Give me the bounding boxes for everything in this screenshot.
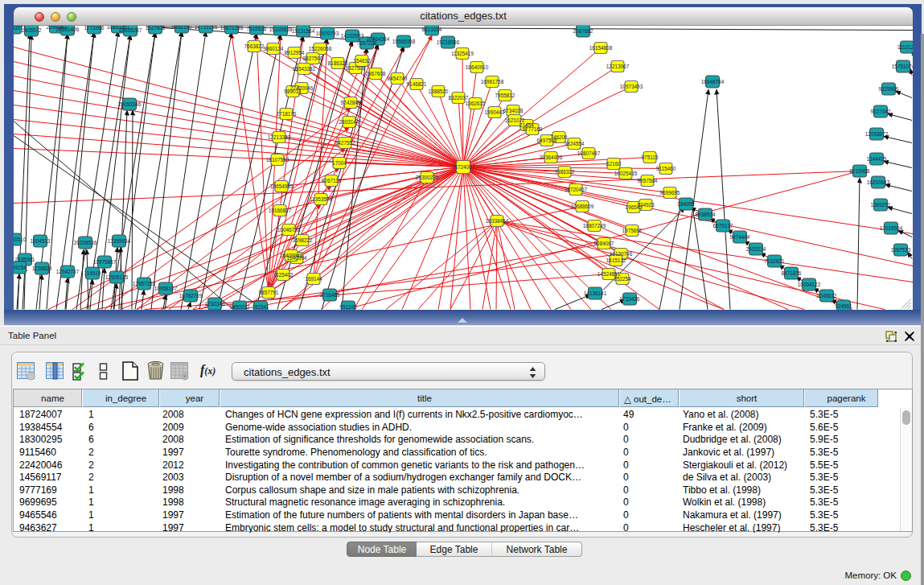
svg-text:2933114: 2933114: [746, 245, 766, 251]
svg-text:16046738: 16046738: [277, 226, 301, 232]
svg-text:11325419: 11325419: [451, 50, 474, 56]
svg-text:7632621: 7632621: [765, 257, 785, 263]
svg-text:6734028: 6734028: [503, 107, 524, 113]
svg-text:746206: 746206: [550, 134, 568, 139]
svg-text:164095: 164095: [677, 200, 695, 206]
svg-text:991245: 991245: [339, 303, 357, 309]
svg-text:252254: 252254: [614, 275, 631, 281]
svg-text:8912954: 8912954: [285, 49, 305, 55]
svg-text:8322037: 8322037: [449, 94, 469, 100]
svg-text:7386322: 7386322: [555, 168, 575, 174]
svg-text:18724007: 18724007: [452, 163, 475, 169]
svg-text:8938924: 8938924: [696, 211, 716, 216]
svg-text:1362615: 1362615: [466, 100, 486, 105]
svg-text:1369291: 1369291: [871, 201, 891, 207]
svg-text:989013: 989013: [284, 88, 302, 93]
svg-text:1156829: 1156829: [32, 265, 52, 270]
svg-text:8427552: 8427552: [335, 139, 355, 145]
svg-text:8454749: 8454749: [388, 75, 408, 80]
svg-text:19131564: 19131564: [292, 27, 315, 33]
svg-text:114519: 114519: [84, 270, 101, 275]
svg-text:1388520: 1388520: [429, 88, 449, 93]
svg-text:15226058: 15226058: [309, 45, 332, 51]
svg-text:1615132: 1615132: [606, 257, 626, 262]
svg-text:6466160: 6466160: [172, 26, 192, 30]
svg-text:1771066: 1771066: [84, 26, 105, 31]
svg-text:12213967: 12213967: [606, 63, 630, 68]
svg-text:9450012: 9450012: [230, 303, 250, 309]
svg-text:17359934: 17359934: [108, 237, 131, 243]
svg-text:7357224: 7357224: [357, 39, 377, 45]
svg-text:1975692: 1975692: [622, 227, 643, 233]
svg-text:26160510: 26160510: [14, 236, 27, 241]
svg-text:1904513: 1904513: [31, 237, 51, 243]
svg-text:12093872: 12093872: [865, 130, 889, 136]
svg-text:9827500: 9827500: [303, 55, 323, 60]
svg-text:6679137: 6679137: [713, 222, 733, 228]
svg-text:934923: 934923: [637, 201, 655, 207]
svg-text:9699695: 9699695: [660, 189, 680, 195]
svg-text:19338454: 19338454: [486, 217, 509, 223]
svg-text:10970793: 10970793: [316, 30, 339, 35]
svg-text:20364436: 20364436: [540, 154, 563, 159]
svg-text:14102093: 14102093: [341, 32, 364, 38]
svg-text:29053346: 29053346: [118, 101, 142, 106]
svg-text:16543382: 16543382: [293, 65, 316, 71]
svg-text:1527602: 1527602: [146, 26, 166, 31]
svg-text:7663822: 7663822: [244, 43, 265, 48]
svg-text:17004: 17004: [332, 159, 347, 165]
svg-text:2718176: 2718176: [277, 110, 297, 116]
svg-text:9245612: 9245612: [817, 292, 837, 298]
svg-text:10655287: 10655287: [119, 27, 142, 32]
svg-text:169144: 169144: [305, 275, 322, 281]
svg-text:154632: 154632: [353, 57, 371, 63]
svg-text:18107553: 18107553: [266, 156, 290, 162]
svg-text:9146821: 9146821: [407, 80, 427, 86]
svg-text:9242848: 9242848: [341, 99, 361, 105]
svg-text:19654935: 19654935: [270, 183, 294, 188]
svg-text:9327508: 9327508: [346, 64, 366, 70]
svg-text:924561: 924561: [835, 303, 852, 308]
svg-text:20206536: 20206536: [74, 239, 97, 245]
svg-text:18720407: 18720407: [565, 186, 588, 192]
svg-text:10973493: 10973493: [620, 83, 643, 89]
svg-text:16640910: 16640910: [466, 64, 489, 69]
svg-text:25300275: 25300275: [416, 174, 439, 179]
svg-text:9329966: 9329966: [879, 85, 899, 91]
svg-text:9957584: 9957584: [638, 177, 658, 183]
svg-text:10025435: 10025435: [614, 170, 638, 175]
svg-text:12213383: 12213383: [268, 134, 291, 139]
svg-text:16339538: 16339538: [269, 26, 293, 31]
svg-text:16648784: 16648784: [701, 78, 725, 84]
svg-text:16120746: 16120746: [610, 250, 633, 256]
svg-text:9777169: 9777169: [523, 126, 543, 131]
svg-text:7625402: 7625402: [273, 271, 294, 277]
svg-text:16409948: 16409948: [280, 252, 303, 257]
svg-text:19218986: 19218986: [437, 39, 460, 44]
svg-text:8813054: 8813054: [422, 26, 442, 31]
svg-text:16782759: 16782759: [179, 292, 203, 298]
svg-text:1733426: 1733426: [620, 295, 640, 301]
svg-text:3698222: 3698222: [293, 237, 313, 242]
svg-text:7515526: 7515526: [247, 26, 267, 31]
svg-text:18807249: 18807249: [583, 222, 606, 228]
svg-text:11353594: 11353594: [310, 196, 332, 201]
svg-text:10054122: 10054122: [798, 281, 821, 286]
svg-text:2335061: 2335061: [15, 256, 35, 262]
svg-text:2803144: 2803144: [339, 118, 359, 124]
svg-text:1167533: 1167533: [891, 246, 911, 252]
svg-text:1112129: 1112129: [897, 43, 913, 49]
svg-text:19565358: 19565358: [392, 38, 416, 43]
svg-text:1405572: 1405572: [22, 27, 42, 32]
svg-text:2867608: 2867608: [366, 70, 386, 76]
svg-text:7955812: 7955812: [495, 92, 515, 97]
svg-text:10958107: 10958107: [154, 285, 178, 290]
svg-text:17957253: 17957253: [133, 280, 156, 286]
svg-text:19166827: 19166827: [269, 207, 292, 212]
svg-text:9860124: 9860124: [264, 45, 284, 51]
svg-text:9115460: 9115460: [656, 165, 676, 171]
svg-text:15751074: 15751074: [892, 63, 913, 68]
svg-text:782341: 782341: [252, 303, 269, 309]
svg-text:16210643: 16210643: [867, 179, 890, 184]
svg-text:39154: 39154: [14, 264, 27, 270]
